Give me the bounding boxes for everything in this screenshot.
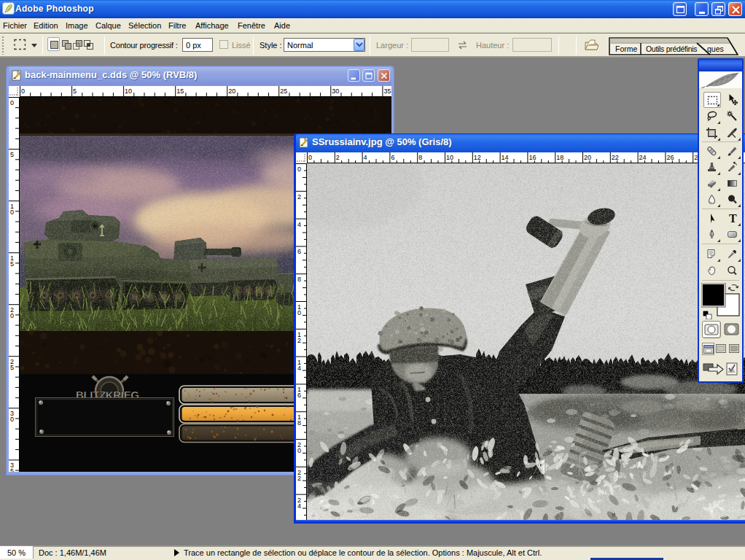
svg-text:0: 0: [10, 99, 14, 106]
svg-text:Forme: Forme: [615, 44, 637, 53]
svg-text:Outils prédéfinis: Outils prédéfinis: [646, 44, 697, 53]
svg-text:2: 2: [297, 475, 301, 482]
svg-text:5: 5: [10, 364, 14, 371]
svg-text:2: 2: [336, 154, 340, 161]
svg-text:12: 12: [474, 154, 481, 161]
svg-text:2: 2: [297, 337, 301, 344]
svg-text:6: 6: [391, 154, 394, 161]
svg-text:4: 4: [297, 221, 301, 228]
svg-text:24: 24: [639, 154, 647, 161]
svg-text:22: 22: [612, 154, 619, 161]
svg-text:0: 0: [21, 88, 25, 95]
svg-text:26: 26: [666, 154, 674, 161]
svg-text:0: 0: [297, 447, 301, 454]
svg-text:20: 20: [228, 88, 235, 95]
svg-text:4: 4: [364, 154, 367, 161]
svg-text:4: 4: [297, 502, 301, 510]
svg-text:20: 20: [584, 154, 591, 161]
svg-text:2: 2: [297, 193, 301, 201]
svg-text:6: 6: [297, 392, 301, 399]
svg-text:5: 5: [10, 467, 14, 472]
svg-text:5: 5: [10, 260, 14, 268]
svg-text:0: 0: [297, 309, 301, 316]
svg-text:0: 0: [297, 166, 301, 173]
svg-text:8: 8: [418, 154, 422, 161]
svg-text:0: 0: [308, 154, 312, 161]
svg-text:0: 0: [10, 209, 14, 216]
svg-text:30: 30: [332, 88, 339, 95]
svg-text:6: 6: [297, 248, 301, 255]
svg-text:16: 16: [528, 154, 536, 161]
svg-text:ques: ques: [707, 44, 724, 53]
svg-text:25: 25: [280, 88, 287, 95]
svg-text:4: 4: [297, 365, 301, 372]
svg-text:8: 8: [297, 419, 301, 427]
svg-text:10: 10: [125, 88, 132, 95]
svg-text:T: T: [729, 212, 737, 225]
svg-text:0: 0: [10, 416, 14, 423]
svg-text:8: 8: [297, 276, 301, 283]
svg-text:14: 14: [502, 154, 509, 161]
svg-text:0: 0: [10, 312, 14, 319]
svg-text:15: 15: [176, 88, 184, 95]
svg-text:10: 10: [446, 154, 453, 161]
svg-text:5: 5: [73, 88, 77, 95]
svg-text:18: 18: [556, 154, 563, 161]
svg-text:35: 35: [383, 88, 391, 95]
svg-text:5: 5: [10, 151, 14, 158]
